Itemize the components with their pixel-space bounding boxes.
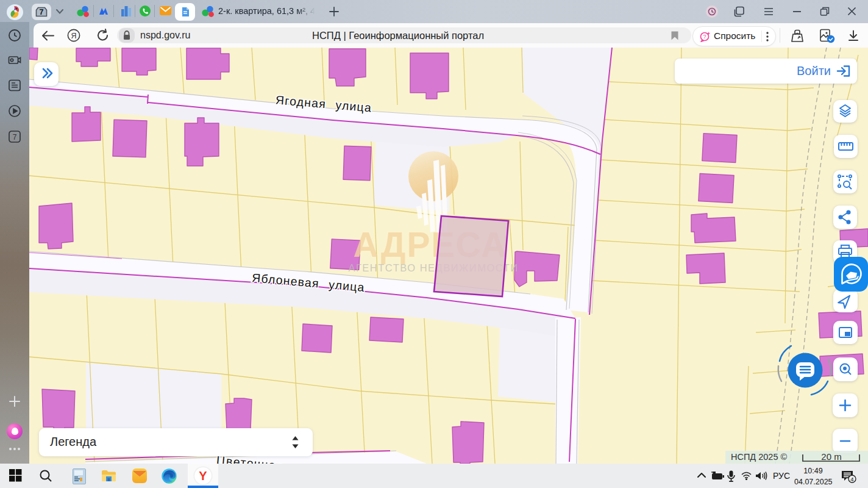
svg-text:20 m: 20 m (821, 451, 841, 462)
svg-text:7: 7 (40, 8, 44, 16)
svg-text:4: 4 (850, 476, 853, 483)
svg-text:7: 7 (13, 133, 17, 142)
svg-text:Я: Я (71, 32, 76, 40)
svg-text:Y: Y (199, 469, 207, 483)
svg-text:?: ? (703, 34, 706, 40)
